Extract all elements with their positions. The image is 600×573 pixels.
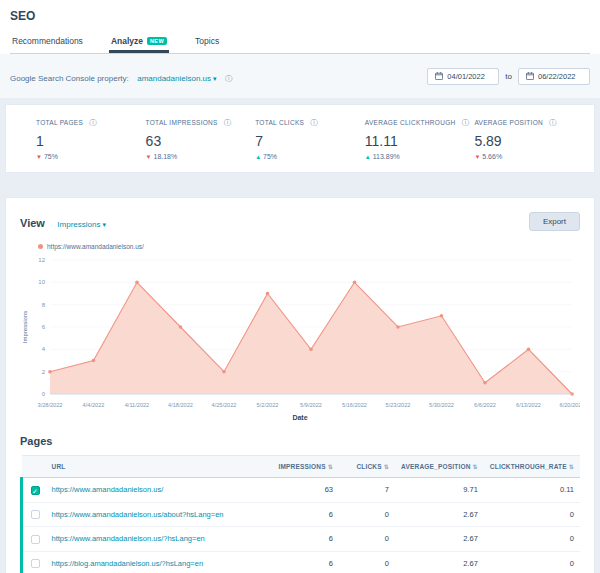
metric-average-position: AVERAGE POSITION ⓘ5.89▼ 5.66% bbox=[474, 118, 584, 160]
date-range-picker: 04/01/2022 to 06/22/2022 bbox=[427, 68, 590, 85]
property-bar: Google Search Console property: amandada… bbox=[0, 54, 600, 98]
row-checkbox[interactable]: ✓ bbox=[31, 486, 40, 495]
metric-average-clickthrough: AVERAGE CLICKTHROUGH ⓘ11.11▲ 113.89% bbox=[365, 118, 475, 160]
svg-text:5/23/2022: 5/23/2022 bbox=[386, 402, 411, 408]
pages-table-body: ✓https://www.amandadanielson.us/6379.710… bbox=[22, 478, 581, 573]
sort-icon[interactable]: ⇅ bbox=[473, 464, 478, 470]
svg-text:6/20/2022: 6/20/2022 bbox=[560, 402, 580, 408]
average-position-value: 2.67 bbox=[395, 502, 484, 527]
column-header-average-position[interactable]: AVERAGE_POSITION⇅ bbox=[395, 456, 484, 478]
svg-text:3/28/2022: 3/28/2022 bbox=[38, 402, 63, 408]
table-row[interactable]: https://blog.amandadanielson.us/?hsLang=… bbox=[22, 551, 581, 573]
column-header-clickthrough-rate[interactable]: CLICKTHROUGH_RATE⇅ bbox=[484, 456, 580, 478]
svg-text:5/16/2022: 5/16/2022 bbox=[342, 402, 367, 408]
arrow-up-icon: ▲ bbox=[255, 154, 261, 160]
gsc-property-label: Google Search Console property: bbox=[10, 74, 129, 83]
svg-text:6/6/2022: 6/6/2022 bbox=[474, 402, 496, 408]
metric-value: 11.11 bbox=[365, 133, 475, 149]
svg-text:5/9/2022: 5/9/2022 bbox=[300, 402, 322, 408]
table-row[interactable]: ✓https://www.amandadanielson.us/6379.710… bbox=[22, 478, 581, 503]
column-header-impressions[interactable]: IMPRESSIONS⇅ bbox=[272, 456, 339, 478]
tab-label: Analyze bbox=[111, 36, 143, 46]
info-icon[interactable]: ⓘ bbox=[310, 118, 318, 127]
chevron-down-icon: ▾ bbox=[213, 75, 217, 82]
clicks-value: 0 bbox=[339, 527, 395, 552]
info-icon[interactable]: ⓘ bbox=[224, 118, 232, 127]
new-badge: NEW bbox=[147, 37, 167, 45]
column-header-url[interactable]: URL bbox=[46, 456, 273, 478]
svg-text:4/4/2022: 4/4/2022 bbox=[83, 402, 105, 408]
end-date-input[interactable]: 06/22/2022 bbox=[518, 68, 590, 85]
info-icon[interactable]: ⓘ bbox=[549, 118, 557, 127]
svg-text:4/11/2022: 4/11/2022 bbox=[125, 402, 149, 408]
tab-label: Recommendations bbox=[12, 36, 83, 46]
export-button[interactable]: Export bbox=[529, 212, 580, 231]
svg-text:8: 8 bbox=[42, 302, 46, 308]
metric-selector[interactable]: Impressions▾ bbox=[57, 220, 106, 229]
tab-topics[interactable]: Topics bbox=[193, 30, 221, 53]
page-url-link[interactable]: https://www.amandadanielson.us/?hsLang=e… bbox=[52, 534, 205, 543]
pages-table-header: URL IMPRESSIONS⇅ CLICKS⇅ AVERAGE_POSITIO… bbox=[22, 456, 581, 478]
metric-delta: ▼ 5.66% bbox=[474, 153, 584, 160]
gsc-property-select[interactable]: amandadanielson.us▾ bbox=[137, 74, 216, 83]
view-title: View bbox=[20, 217, 45, 229]
chart-legend: https://www.amandadanielson.us/ bbox=[38, 243, 580, 250]
impressions-area-chart: 0246810123/28/20224/4/20224/11/20224/18/… bbox=[20, 254, 580, 414]
gsc-property: Google Search Console property: amandada… bbox=[10, 67, 233, 85]
metric-delta: ▼ 18.18% bbox=[146, 153, 256, 160]
row-checkbox[interactable] bbox=[31, 559, 40, 568]
page-url-link[interactable]: https://www.amandadanielson.us/ bbox=[52, 485, 164, 494]
info-icon[interactable]: ⓘ bbox=[225, 74, 233, 83]
svg-text:Impressions: Impressions bbox=[22, 311, 28, 343]
row-checkbox[interactable] bbox=[31, 510, 40, 519]
svg-text:10: 10 bbox=[38, 279, 45, 285]
svg-text:12: 12 bbox=[38, 257, 45, 263]
sort-icon[interactable]: ⇅ bbox=[384, 464, 389, 470]
average-position-value: 2.67 bbox=[395, 551, 484, 573]
header-check-col bbox=[22, 456, 46, 478]
metric-label: TOTAL CLICKS ⓘ bbox=[255, 118, 365, 128]
arrow-down-icon: ▼ bbox=[146, 154, 152, 160]
svg-text:6: 6 bbox=[42, 324, 46, 330]
metric-delta: ▲ 113.89% bbox=[365, 153, 475, 160]
clicks-value: 0 bbox=[339, 551, 395, 573]
calendar-icon bbox=[526, 72, 534, 80]
table-row[interactable]: https://www.amandadanielson.us/about?hsL… bbox=[22, 502, 581, 527]
metric-total-clicks: TOTAL CLICKS ⓘ7▲ 75% bbox=[255, 118, 365, 160]
svg-text:5/2/2022: 5/2/2022 bbox=[257, 402, 279, 408]
info-icon[interactable]: ⓘ bbox=[89, 118, 97, 127]
metric-label: TOTAL PAGES ⓘ bbox=[36, 118, 146, 128]
info-icon[interactable]: ⓘ bbox=[462, 118, 470, 127]
view-controls: View Impressions▾ bbox=[20, 213, 106, 231]
clickthrough-rate-value: 0 bbox=[484, 527, 580, 552]
sort-icon[interactable]: ⇅ bbox=[328, 464, 333, 470]
metrics-row: TOTAL PAGES ⓘ1▼ 75%TOTAL IMPRESSIONS ⓘ63… bbox=[36, 118, 584, 160]
row-checkbox[interactable] bbox=[31, 535, 40, 544]
start-date-input[interactable]: 04/01/2022 bbox=[427, 68, 499, 85]
clickthrough-rate-value: 0 bbox=[484, 551, 580, 573]
analytics-card: View Impressions▾ Export https://www.ama… bbox=[5, 197, 595, 573]
date-range-to-label: to bbox=[505, 72, 512, 81]
svg-text:5/30/2022: 5/30/2022 bbox=[429, 402, 454, 408]
clicks-value: 7 bbox=[339, 478, 395, 503]
page-url-link[interactable]: https://www.amandadanielson.us/about?hsL… bbox=[52, 510, 224, 519]
start-date-value: 04/01/2022 bbox=[447, 72, 485, 81]
page-url-link[interactable]: https://blog.amandadanielson.us/?hsLang=… bbox=[52, 559, 204, 568]
tab-analyze[interactable]: AnalyzeNEW bbox=[109, 30, 169, 53]
metric-delta: ▼ 75% bbox=[36, 153, 146, 160]
column-header-clicks[interactable]: CLICKS⇅ bbox=[339, 456, 395, 478]
view-header: View Impressions▾ Export bbox=[20, 212, 580, 231]
tab-recommendations[interactable]: Recommendations bbox=[10, 30, 85, 53]
table-row[interactable]: https://www.amandadanielson.us/?hsLang=e… bbox=[22, 527, 581, 552]
svg-text:6/13/2022: 6/13/2022 bbox=[516, 402, 541, 408]
impressions-value: 6 bbox=[272, 551, 339, 573]
impressions-value: 63 bbox=[272, 478, 339, 503]
arrow-down-icon: ▼ bbox=[474, 154, 480, 160]
sort-icon[interactable]: ⇅ bbox=[569, 464, 574, 470]
metric-value: 7 bbox=[255, 133, 365, 149]
clickthrough-rate-value: 0 bbox=[484, 502, 580, 527]
svg-text:4/18/2022: 4/18/2022 bbox=[168, 402, 193, 408]
svg-text:4: 4 bbox=[42, 346, 46, 352]
calendar-icon bbox=[435, 72, 443, 80]
average-position-value: 2.67 bbox=[395, 527, 484, 552]
